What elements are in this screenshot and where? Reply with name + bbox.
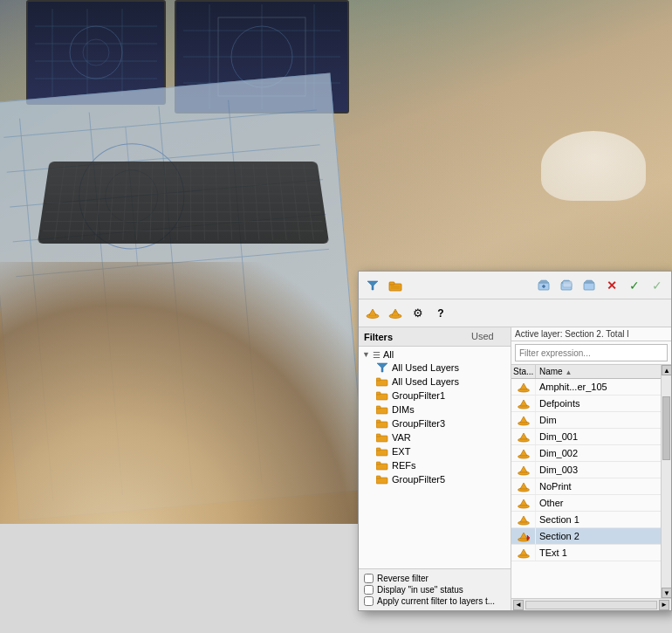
svg-marker-71: [520, 400, 527, 406]
layer-hat-icon: [517, 398, 531, 409]
svg-point-7: [70, 26, 122, 79]
filter-item-label: VAR: [392, 432, 411, 443]
filter-funnel-icon: [376, 362, 388, 373]
filter-item-ext[interactable]: EXT: [359, 444, 511, 458]
expand-icon: ▼: [362, 350, 370, 359]
layer-status-cell: [511, 495, 536, 511]
svg-marker-85: [520, 516, 527, 522]
layer-status-cell: [511, 545, 536, 561]
col-header-status[interactable]: Sta...: [511, 365, 536, 378]
layer-row[interactable]: Defpoints: [511, 396, 661, 412]
new-layer-btn[interactable]: [533, 275, 554, 296]
vertical-scrollbar[interactable]: ▲ ▼: [661, 365, 671, 598]
filter-item-refs[interactable]: REFs: [359, 458, 511, 472]
reverse-filter-checkbox[interactable]: [364, 574, 374, 583]
apply-current-label: Apply current filter to layers t...: [377, 596, 495, 606]
open-folder-btn[interactable]: [385, 275, 406, 296]
filter-item-label: All Used Layers: [392, 362, 459, 373]
active-layer-label: Active layer: Section 2. Total l: [511, 327, 671, 341]
filter-item-label: EXT: [392, 446, 410, 457]
check2-btn[interactable]: ✓: [647, 275, 668, 296]
scroll-down-arrow[interactable]: ▼: [662, 588, 671, 598]
layer-name-cell: Amphit...er_105: [536, 381, 661, 393]
svg-marker-79: [520, 466, 527, 472]
panel-body: Filters ▼ ☰ All All Used Layers All Used…: [359, 327, 671, 610]
filter-item-groupfilter1[interactable]: GroupFilter1: [359, 389, 511, 403]
folder-icon: [376, 446, 388, 457]
copy2-btn[interactable]: [579, 275, 600, 296]
layers-table-header: Sta... Name ▲: [511, 365, 661, 379]
svg-marker-51: [377, 363, 387, 372]
layer-row[interactable]: Dim_002: [511, 445, 661, 462]
copy-layer-btn[interactable]: [556, 275, 577, 296]
col-header-name[interactable]: Name ▲: [536, 365, 661, 378]
svg-rect-42: [584, 283, 594, 290]
check-btn[interactable]: ✓: [624, 275, 645, 296]
filter-root-all[interactable]: ▼ ☰ All: [359, 348, 511, 361]
layer-row[interactable]: Dim_003: [511, 462, 661, 478]
layer-status-cell: [511, 396, 536, 411]
svg-marker-73: [520, 416, 527, 423]
filter-item-dims[interactable]: DIMs: [359, 403, 511, 416]
layer-row[interactable]: Dim_001: [511, 429, 661, 445]
filter-root-label: All: [383, 349, 394, 360]
layer-row[interactable]: Section 2: [511, 528, 661, 545]
layer-name-cell: TExt 1: [536, 547, 661, 559]
layer-name-cell: Section 2: [536, 530, 661, 542]
svg-rect-32: [389, 282, 394, 285]
help-btn[interactable]: ?: [430, 303, 451, 324]
layers-content: Sta... Name ▲ Amphit...er_105 Defpoints …: [511, 365, 671, 598]
filter-icon-btn[interactable]: [362, 275, 383, 296]
svg-marker-45: [369, 309, 376, 315]
layer-status-cell: [511, 478, 536, 494]
reverse-filter-label: Reverse filter: [377, 574, 429, 583]
sort-arrow: ▲: [565, 368, 572, 376]
delete-btn[interactable]: ✕: [601, 275, 622, 296]
layer-status-cell: [511, 512, 536, 527]
hat2-btn[interactable]: [385, 303, 406, 324]
filter-item-groupfilter3[interactable]: GroupFilter3: [359, 416, 511, 430]
layer-row[interactable]: NoPrint: [511, 478, 661, 495]
filters-header: Filters: [359, 327, 511, 347]
apply-current-checkbox[interactable]: [364, 596, 374, 606]
layer-row[interactable]: Section 1: [511, 512, 661, 528]
filter-item-groupfilter5[interactable]: GroupFilter5: [359, 472, 511, 486]
layer-name-cell: Dim: [536, 414, 661, 426]
layer-row[interactable]: Other: [511, 495, 661, 512]
hard-hat: [541, 131, 646, 201]
filter-item-all-used-layers[interactable]: All Used Layers: [359, 375, 511, 389]
h-scroll-track[interactable]: [525, 601, 657, 609]
layer-row[interactable]: Amphit...er_105: [511, 379, 661, 396]
layer-hat-icon: [517, 448, 531, 459]
svg-marker-75: [520, 433, 527, 439]
display-in-use-label: Display "in use" status: [377, 585, 463, 595]
svg-point-8: [83, 39, 109, 65]
settings-btn[interactable]: ⚙: [408, 303, 429, 324]
scroll-up-arrow[interactable]: ▲: [662, 365, 671, 375]
filter-expression-input[interactable]: [515, 344, 668, 361]
display-in-use-checkbox[interactable]: [364, 585, 374, 595]
layer-status-cell: [511, 412, 536, 428]
layer-rows: Amphit...er_105 Defpoints Dim Dim_001 Di…: [511, 379, 661, 561]
svg-rect-55: [376, 392, 381, 395]
filter-item-label: DIMs: [392, 404, 415, 415]
layer-row[interactable]: TExt 1: [511, 545, 661, 561]
folder-icon: [376, 418, 388, 429]
svg-rect-41: [563, 281, 572, 287]
layer-row[interactable]: Dim: [511, 412, 661, 429]
filter-item-allusedlayers[interactable]: All Used Layers: [359, 361, 511, 375]
h-scroll-right[interactable]: ►: [659, 600, 669, 610]
scroll-thumb[interactable]: [662, 396, 670, 460]
filter-item-label: GroupFilter1: [392, 390, 445, 401]
layers-table: Sta... Name ▲ Amphit...er_105 Defpoints …: [511, 365, 661, 598]
h-scroll-left[interactable]: ◄: [513, 600, 524, 610]
layers-pane: Active layer: Section 2. Total l Sta... …: [511, 327, 671, 610]
display-in-use-row: Display "in use" status: [364, 584, 505, 595]
filter-item-var[interactable]: VAR: [359, 430, 511, 444]
layer-hat-icon: [517, 382, 531, 393]
list-icon: ☰: [373, 350, 381, 360]
layer-name-cell: Section 1: [536, 513, 661, 526]
horizontal-scrollbar[interactable]: ◄ ►: [511, 598, 671, 610]
hat-btn[interactable]: [362, 303, 383, 324]
scroll-track[interactable]: [662, 375, 671, 588]
